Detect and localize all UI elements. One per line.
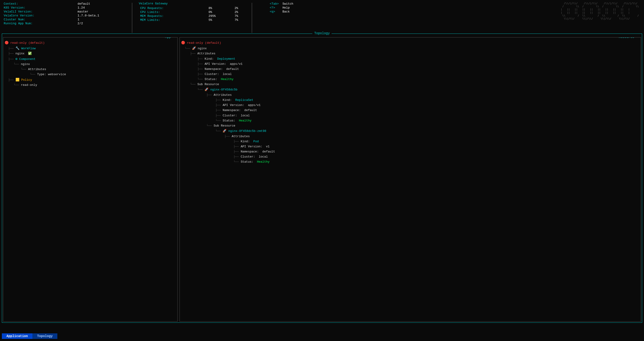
- res-ns3: ├── Namespace: default: [181, 149, 639, 154]
- header-section: Context: default K8S Version: 1.24 VelaC…: [0, 0, 644, 34]
- resource-pane-title: Resource: [617, 37, 636, 39]
- attributes-label: Attributes: [28, 68, 46, 71]
- tab-application[interactable]: Application: [2, 333, 32, 339]
- res-kind2-label: Kind:: [222, 98, 232, 102]
- separator-v1: [132, 3, 132, 33]
- res-conn-22: ├──: [181, 155, 239, 158]
- res-conn-14: ├──: [181, 114, 221, 117]
- res-api2: ├── API Version: apps/v1: [181, 103, 639, 108]
- workflow-icon: 🔧: [16, 46, 20, 50]
- res-conn-21: ├──: [181, 150, 239, 154]
- res-root-icon: 🔴: [181, 41, 185, 45]
- res-conn-1: └──: [181, 47, 190, 50]
- ascii-art-area: /\\/|/\\/ /\\/|/\\/ /\\/|/\\/ /\\/|/\\/ …: [346, 2, 641, 32]
- topology-content: App 🔴 read-only (default) ├── 🔧 WorkFlow…: [2, 34, 642, 322]
- res-kind1: ├── Kind: Deployment: [181, 56, 639, 62]
- res-nginx-sub-label: nginx-8f458dc5b: [210, 88, 237, 92]
- cpu-req-val1: 8%: [207, 6, 233, 10]
- res-conn-3: ├──: [181, 57, 203, 60]
- res-api1-label: API Version:: [204, 62, 226, 66]
- policy-item[interactable]: ├── 🟨 Policy: [5, 77, 176, 83]
- res-nginx-pod[interactable]: └── 🚀 nginx-8f458dc5b-zmt98: [181, 128, 639, 134]
- component-item[interactable]: ├── ⚙️ Component: [5, 56, 176, 62]
- res-cluster3: ├── Cluster: local: [181, 154, 639, 160]
- attributes-item[interactable]: └── Attributes: [5, 67, 176, 72]
- res-cluster1: ├── Cluster: local: [181, 72, 639, 77]
- tree-conn-2: ├──: [5, 52, 14, 55]
- k8s-value: 1.24: [76, 6, 130, 10]
- res-conn-9: └──: [181, 88, 203, 92]
- tree-conn-3: ├──: [5, 57, 14, 61]
- res-conn-10: ├──: [181, 93, 212, 97]
- res-nginx-sub[interactable]: └── 🚀 nginx-8f458dc5b: [181, 87, 639, 92]
- res-nginx[interactable]: └── 🚀 nginx: [181, 46, 639, 51]
- res-status1-label: Status:: [204, 78, 217, 81]
- res-attr3-label: Attributes: [232, 135, 250, 138]
- policy-label: Policy: [21, 78, 32, 82]
- type-label: Type: webservice: [37, 73, 66, 76]
- resource-tree: 🔴 read-only (default) └── 🚀 nginx ├── At…: [180, 38, 641, 166]
- res-conn-2: ├──: [181, 52, 196, 55]
- component-nginx-item[interactable]: └── nginx: [5, 62, 176, 67]
- res-status3: └── Status: Healthy: [181, 160, 639, 164]
- resource-pane: Resource 🔴 read-only (default) └── 🚀 ngi…: [180, 37, 641, 322]
- res-api1-val: apps/v1: [228, 62, 242, 66]
- res-cluster1-label: Cluster:: [204, 72, 219, 76]
- gateway-label: VelaCore Gateway: [139, 2, 250, 5]
- res-status1-val: Healthy: [219, 78, 234, 81]
- res-conn-6: ├──: [181, 72, 203, 76]
- res-cluster2: ├── Cluster: local: [181, 113, 639, 118]
- res-ns2-val: default: [242, 108, 257, 112]
- shortcut-tab-action: Switch: [280, 2, 295, 6]
- res-status1: └── Status: Healthy: [181, 77, 639, 82]
- res-conn-16: └──: [181, 124, 212, 128]
- res-nginx-icon: 🚀: [192, 46, 196, 50]
- velacli-value: master: [76, 10, 130, 14]
- res-api3: ├── API Version: v1: [181, 144, 639, 149]
- separator-v2: [252, 3, 252, 33]
- app-root[interactable]: 🔴 read-only (default): [5, 40, 176, 46]
- workflow-item[interactable]: ├── 🔧 WorkFlow: [5, 46, 176, 51]
- res-api1: ├── API Version: apps/v1: [181, 62, 639, 67]
- res-api3-val: v1: [264, 145, 270, 148]
- res-kind2: ├── Kind: ReplicaSet: [181, 98, 639, 103]
- res-conn-12: ├──: [181, 104, 221, 107]
- cpu-lim-val2: 2%: [233, 10, 250, 14]
- app-root-icon: 🔴: [5, 41, 8, 45]
- component-nginx-label: nginx: [21, 62, 30, 66]
- readonly-label: read-only: [21, 83, 37, 87]
- res-pod-icon: 🚀: [222, 129, 226, 133]
- tab-topology[interactable]: Topology: [32, 333, 57, 339]
- res-conn-8: └──: [181, 82, 196, 86]
- cpu-req-val2: 2%: [233, 6, 250, 10]
- cluster-label: Cluster Num:: [3, 18, 76, 22]
- app-pane-title: App: [163, 37, 173, 39]
- res-pod-label: nginx-8f458dc5b-zmt98: [228, 129, 266, 133]
- res-root-label: read-only (default): [187, 41, 221, 45]
- res-status3-label: Status:: [240, 160, 253, 164]
- cpu-lim-label: CPU Limits:: [139, 10, 207, 14]
- res-ns1-label: Namespace:: [204, 67, 222, 71]
- tree-conn-6: └──: [5, 73, 36, 76]
- context-label: Context:: [3, 2, 76, 6]
- mem-req-label: MEM Requests:: [139, 14, 207, 18]
- res-nginx-label: nginx: [198, 47, 207, 50]
- topology-title: Topology: [312, 32, 332, 35]
- mem-lim-val1: 5%: [207, 18, 233, 22]
- cpu-lim-val1: 0%: [207, 10, 233, 14]
- shortcut-help-key: <?>: [268, 6, 280, 10]
- header-info-center: VelaCore Gateway CPU Requests: 8% 2% CPU…: [134, 2, 250, 32]
- component-icon: ⚙️: [16, 57, 17, 61]
- res-cluster2-label: Cluster:: [222, 114, 237, 117]
- tree-conn-7: ├──: [5, 78, 14, 82]
- running-label: Running App Num:: [3, 22, 76, 26]
- res-cluster3-val: local: [257, 155, 268, 158]
- res-sub2: └── Sub Resource: [181, 123, 639, 128]
- readonly-item[interactable]: └── read-only: [5, 82, 176, 88]
- shortcut-back-key: <q>: [268, 10, 280, 14]
- res-root[interactable]: 🔴 read-only (default): [181, 40, 639, 46]
- res-conn-11: ├──: [181, 98, 221, 102]
- res-sub1: └── Sub Resource: [181, 82, 639, 87]
- res-attr3: ├── Attributes: [181, 134, 639, 139]
- nginx-item[interactable]: ├── nginx ✅: [5, 51, 176, 56]
